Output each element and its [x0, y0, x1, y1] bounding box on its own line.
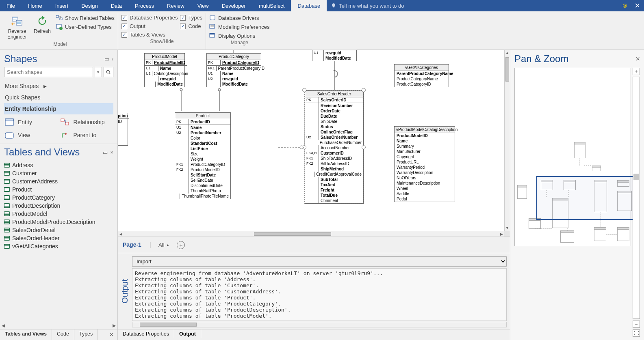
ribbon-close-icon[interactable]: × [635, 0, 640, 11]
tab-home[interactable]: Home [22, 0, 49, 11]
chk-output[interactable]: ✓Output [121, 23, 178, 29]
scroll-up-icon[interactable]: ▲ [505, 50, 510, 56]
svg-point-5 [59, 27, 63, 30]
refresh-button[interactable]: Refresh [31, 14, 54, 35]
tab-multiselect[interactable]: multiSelect [252, 0, 291, 11]
quick-shapes-button[interactable]: Quick Shapes [4, 92, 113, 103]
selection-handle[interactable] [362, 88, 366, 92]
tell-me-search[interactable]: Tell me what you want to do [327, 0, 618, 11]
add-page-button[interactable]: + [177, 241, 185, 249]
canvas-hscrollbar[interactable]: ◀ ▶ [118, 231, 504, 237]
modeling-prefs-button[interactable]: Modeling Preferences [209, 24, 269, 30]
zoom-slider[interactable] [633, 77, 640, 319]
vscroll-thumb[interactable] [505, 57, 509, 82]
search-shapes-input[interactable] [4, 67, 93, 77]
tables-views-list[interactable]: Address Customer CustomerAddress Product… [0, 161, 117, 323]
reverse-engineer-button[interactable]: Reverse Engineer [6, 14, 28, 41]
shape-relationship[interactable]: Relationship [61, 116, 113, 128]
shapes-window-icon[interactable]: ▭ [104, 56, 109, 62]
tv-item: ProductDescription [4, 202, 117, 210]
left-tab-code[interactable]: Code [52, 329, 74, 340]
pan-zoom-close-icon[interactable]: × [635, 55, 640, 63]
tab-insert[interactable]: Insert [49, 0, 75, 11]
tab-data[interactable]: Data [104, 0, 128, 11]
db-drivers-button[interactable]: Database Drivers [209, 15, 269, 21]
table-productcategory[interactable]: ProductCategory PKProductCategoryID FK1P… [206, 53, 261, 87]
shape-view[interactable]: View [5, 129, 57, 141]
chk-tables-views[interactable]: ✓Tables & Views [121, 32, 178, 38]
tv-window-icon[interactable]: ▭ [103, 149, 108, 155]
scroll-right-icon[interactable]: ▶ [499, 231, 504, 237]
tab-design[interactable]: Design [75, 0, 104, 11]
chk-code[interactable]: ✓Code [180, 23, 202, 29]
partial-table-top[interactable]: U1rowguid ModifiedDate [312, 50, 357, 61]
table-productmodel[interactable]: ProductModel PKProductModelID U1Name U2C… [144, 53, 185, 87]
zoom-out-button[interactable]: − [633, 321, 640, 328]
tab-view[interactable]: View [191, 0, 215, 11]
page-tab[interactable]: Page-1 [122, 239, 142, 251]
tv-item: Customer [4, 169, 117, 177]
zoom-fit-button[interactable]: ⛶ [633, 329, 640, 337]
tab-output[interactable]: Output [174, 329, 201, 338]
hscroll-thumb[interactable] [254, 232, 331, 236]
tab-file[interactable]: File [0, 0, 22, 11]
view-vgetallcategories[interactable]: vGetAllCategories ParentProductCategoryN… [394, 64, 449, 87]
more-shapes-button[interactable]: More Shapes▶ [4, 80, 113, 92]
feedback-smiley-icon[interactable]: ☺ [622, 2, 628, 9]
selection-handle[interactable] [362, 145, 366, 149]
shape-parent-to[interactable]: Parent to [61, 129, 113, 141]
show-related-tables-button[interactable]: Show Related Tables [56, 15, 115, 21]
tab-process[interactable]: Process [128, 0, 160, 11]
tv-item: ProductModel [4, 210, 117, 218]
drawing-canvas[interactable]: ption ID U1rowguid ModifiedDate ProductM… [118, 50, 504, 231]
entity-relationship-stencil[interactable]: Entity Relationship [4, 103, 113, 114]
table-product[interactable]: Product PKProductID U1Name U2ProductNumb… [175, 112, 231, 199]
tv-item: Product [4, 185, 117, 194]
svg-rect-2 [56, 15, 59, 17]
pan-zoom-panel: Pan & Zoom × [510, 50, 644, 340]
tab-review[interactable]: Review [160, 0, 191, 11]
tv-item: CustomerAddress [4, 177, 117, 185]
drivers-icon [209, 15, 216, 21]
search-go-button[interactable] [104, 67, 113, 77]
view-vproductmodel[interactable]: vProductModelCatalogDescription ProductM… [394, 126, 455, 202]
user-defined-types-button[interactable]: User-Defined Types [56, 24, 115, 30]
tv-scroll-left-icon[interactable]: ◀ [2, 323, 5, 328]
output-text[interactable]: Reverse engineering from database 'Adven… [132, 268, 507, 321]
search-dropdown-icon[interactable]: ▾ [95, 67, 102, 77]
ribbon-group-manage: Database Drivers Modeling Preferences Di… [206, 13, 273, 49]
all-pages-button[interactable]: All ▲ [158, 242, 169, 248]
tv-close-icon[interactable]: × [110, 149, 113, 155]
view-icon [5, 131, 14, 139]
lightbulb-icon [331, 3, 336, 9]
tab-database[interactable]: Database [291, 0, 327, 11]
output-filter-select[interactable]: Import [132, 256, 507, 267]
scroll-left-icon[interactable]: ◀ [118, 231, 124, 237]
svg-rect-3 [60, 18, 62, 20]
partial-table[interactable]: ption ID [118, 113, 128, 146]
table-salesorderheader[interactable]: SalesOrderHeader PKSalesOrderID Revision… [305, 90, 364, 204]
output-hscrollbar[interactable] [132, 322, 507, 327]
svg-rect-7 [210, 24, 215, 28]
chk-db-properties[interactable]: ✓Database Properties [121, 15, 178, 21]
left-tabs-close-icon[interactable]: × [106, 329, 117, 340]
rotate-handle-icon[interactable] [330, 69, 340, 79]
shape-entity[interactable]: Entity [5, 116, 57, 128]
search-icon [106, 69, 111, 75]
tv-item: ProductModelProductDescription [4, 218, 117, 226]
selection-handle[interactable] [302, 88, 306, 92]
tab-db-properties[interactable]: Database Properties [118, 329, 174, 338]
canvas-vscrollbar[interactable]: ▲ ▼ [504, 50, 510, 231]
shapes-collapse-icon[interactable]: ‹ [112, 56, 113, 62]
chk-types[interactable]: ✓Types [180, 15, 202, 21]
pan-zoom-overview[interactable] [514, 68, 631, 246]
tv-scroll-right-icon[interactable]: ▶ [113, 323, 116, 328]
left-tab-tables[interactable]: Tables and Views [0, 329, 52, 340]
scroll-down-icon[interactable]: ▼ [505, 225, 510, 231]
tab-developer[interactable]: Developer [215, 0, 252, 11]
selection-handle[interactable] [302, 145, 306, 149]
display-options-button[interactable]: Display Options [209, 32, 269, 39]
left-tab-types[interactable]: Types [74, 329, 98, 340]
ribbon-group-showhide: ✓Database Properties ✓Output ✓Tables & V… [118, 13, 206, 49]
pan-zoom-viewport[interactable] [536, 176, 636, 220]
